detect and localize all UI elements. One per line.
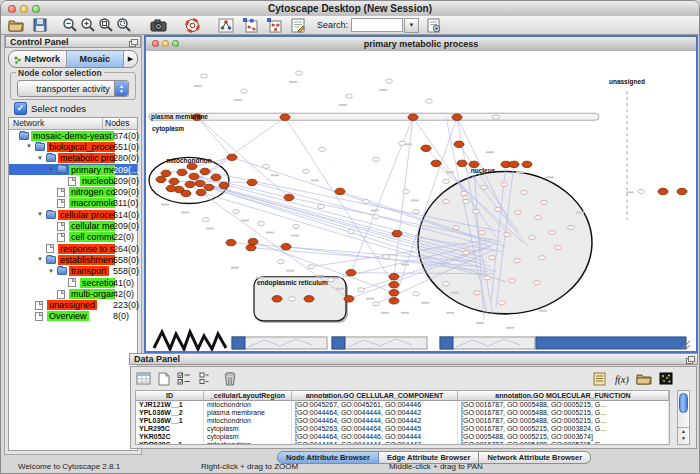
network-node[interactable]	[272, 296, 282, 302]
tree-item-secretion[interactable]: secretion41(0)	[9, 277, 137, 288]
tree-column-network[interactable]: Network	[9, 118, 103, 129]
tree-item-nucleobase-[interactable]: nucleobase-209(0)	[9, 175, 137, 186]
tree-item-macromolecule[interactable]: macromolecule311(0)	[9, 198, 137, 209]
table-row[interactable]: YJR121W__1mitochondrion[GO:0045267, GO:0…	[136, 401, 669, 409]
expand-arrow-icon[interactable]: ▼	[48, 166, 54, 172]
tree-item-transport[interactable]: ▼transport558(0)	[9, 266, 137, 277]
tree-item-metabolic-process[interactable]: ▼metabolic process280(0)	[9, 153, 137, 164]
network-node[interactable]	[185, 181, 195, 187]
column-header[interactable]: ID	[136, 391, 204, 400]
network-node[interactable]	[392, 230, 402, 236]
network-node[interactable]	[161, 170, 171, 176]
network-node[interactable]	[247, 179, 257, 185]
more-tabs-arrow-icon[interactable]: ▶	[124, 51, 137, 67]
tree-item-primary-metabo[interactable]: ▼primary metabo209(...	[9, 164, 137, 175]
network-node[interactable]	[457, 160, 467, 166]
tree-item-biological-process[interactable]: ▼biological_process651(0)	[9, 141, 137, 152]
scrollbar-arrows-icon[interactable]: ▲▼	[678, 427, 689, 444]
network-node[interactable]	[196, 189, 206, 195]
select-attributes-icon[interactable]	[175, 371, 192, 387]
network-graph[interactable]: plasma membranecytoplasmmitochondrionnuc…	[146, 51, 696, 351]
expand-arrow-icon[interactable]: ▼	[37, 256, 43, 262]
zoom-fit-icon[interactable]	[97, 17, 115, 33]
expand-arrow-icon[interactable]: ▼	[37, 155, 43, 161]
function-builder-icon[interactable]: f(x)	[613, 371, 630, 387]
network-node[interactable]	[389, 290, 399, 296]
tab-network[interactable]: Network	[9, 51, 67, 67]
network-node[interactable]	[335, 188, 345, 194]
network-node[interactable]	[204, 184, 214, 190]
network-node[interactable]	[677, 188, 687, 194]
import-attributes-icon[interactable]	[635, 371, 652, 387]
search-input[interactable]	[351, 18, 403, 32]
tree-item-cellular-metabol[interactable]: cellular metabol209(0)	[9, 220, 137, 231]
expand-arrow-icon[interactable]: ▼	[48, 268, 54, 274]
zoom-selected-icon[interactable]	[115, 17, 133, 33]
network-node[interactable]	[346, 270, 356, 276]
table-row[interactable]: YLR295Ccytoplasm[GO:0045263, GO:0044464,…	[136, 425, 669, 433]
table-row[interactable]: YKR052Ccytoplasm[GO:0044464, GO:0044446,…	[136, 433, 669, 441]
float-data-panel-icon[interactable]	[686, 356, 694, 363]
search-options-icon[interactable]	[425, 17, 443, 33]
network-node[interactable]	[200, 168, 210, 174]
expand-arrow-icon[interactable]: ▼	[37, 211, 43, 217]
network-node[interactable]	[195, 180, 205, 186]
network-node[interactable]	[454, 141, 464, 147]
column-header[interactable]: annotation.GO MOLECULAR_FUNCTION	[458, 391, 669, 400]
save-session-icon[interactable]	[31, 17, 49, 33]
network-node[interactable]	[248, 238, 258, 244]
network-node[interactable]	[166, 185, 176, 191]
network-window-titlebar[interactable]: primary metabolic process	[146, 37, 696, 52]
tree-item-unassigned[interactable]: unassigned223(0)	[9, 299, 137, 310]
network-node[interactable]	[509, 161, 519, 167]
network-node[interactable]	[246, 244, 256, 250]
zoom-in-icon[interactable]	[79, 17, 97, 33]
table-row[interactable]: YPL036W__2plasma membrane[GO:0044464, GO…	[136, 409, 669, 417]
tab-mosaic[interactable]: Mosaic	[67, 51, 125, 67]
layout-network-alt-icon[interactable]	[265, 17, 283, 33]
column-header[interactable]: annotation.GO CELLULAR_COMPONENT	[292, 391, 458, 400]
tree-item-multi-organism-pro[interactable]: multi-organism pro42(0)	[9, 288, 137, 299]
network-node[interactable]	[227, 154, 237, 160]
open-session-icon[interactable]	[7, 17, 25, 33]
table-row[interactable]: YDR039C__1mitochondrion[GO:0044464, GO:0…	[136, 441, 669, 445]
tree-item-mosaic-demo-yeast[interactable]: mosaic-demo-yeast874(0)	[9, 130, 137, 141]
tree-item-cell-communicat[interactable]: cell communicat22(0)	[9, 232, 137, 243]
snapshot-icon[interactable]	[149, 17, 167, 33]
network-node[interactable]	[284, 194, 294, 200]
tree-column-nodes[interactable]: Nodes	[103, 118, 137, 129]
network-node[interactable]	[304, 296, 314, 302]
network-node[interactable]	[389, 282, 399, 288]
help-ring-icon[interactable]	[183, 17, 201, 33]
expand-arrow-icon[interactable]: ▼	[26, 143, 32, 149]
network-node[interactable]	[344, 296, 354, 302]
network-node[interactable]	[156, 176, 166, 182]
select-nodes-checkbox[interactable]: ✓	[14, 102, 27, 115]
select-all-icon[interactable]	[135, 371, 152, 387]
network-node[interactable]	[389, 298, 399, 304]
search-dropdown-icon[interactable]: ▼	[404, 18, 419, 33]
network-node[interactable]	[522, 161, 532, 167]
network-node[interactable]	[452, 114, 462, 120]
network-node[interactable]	[226, 239, 236, 245]
network-node[interactable]	[177, 169, 187, 175]
attribute-list-icon[interactable]	[195, 371, 212, 387]
tree-item-overview[interactable]: Overview8(0)	[9, 311, 137, 322]
column-header[interactable]: _cellularLayoutRegion	[204, 391, 292, 400]
tree-item-nitrogen-compo[interactable]: nitrogen compo209(0)	[9, 186, 137, 197]
annotation-icon[interactable]	[289, 17, 307, 33]
network-node[interactable]	[169, 178, 179, 184]
scrollbar-thumb[interactable]	[679, 393, 688, 413]
table-scrollbar[interactable]: ▲▼	[677, 390, 690, 445]
new-attribute-icon[interactable]	[155, 371, 172, 387]
network-node[interactable]	[219, 182, 229, 188]
notepad-icon[interactable]	[591, 371, 608, 387]
table-row[interactable]: YPL036W__1mitochondrion[GO:0044464, GO:0…	[136, 417, 669, 425]
attribute-matrix-icon[interactable]	[657, 371, 674, 387]
delete-attribute-icon[interactable]	[221, 371, 238, 387]
network-node[interactable]	[280, 114, 290, 120]
network-node[interactable]	[211, 174, 221, 180]
zoom-out-icon[interactable]	[61, 17, 79, 33]
vizmapper-icon[interactable]	[217, 17, 235, 33]
network-node[interactable]	[389, 274, 399, 280]
